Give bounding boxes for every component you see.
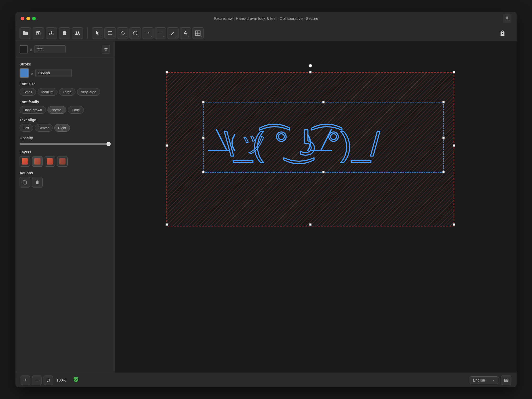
actions-row: [20, 177, 110, 188]
line-tool[interactable]: 6: [155, 27, 166, 39]
layers-row: [20, 156, 110, 167]
select-tool[interactable]: 1: [92, 27, 103, 39]
font-size-medium[interactable]: Medium: [38, 88, 57, 96]
language-label: English: [473, 378, 485, 382]
image-tool[interactable]: 9: [192, 27, 204, 39]
language-dropdown[interactable]: English: [470, 376, 498, 384]
shortcut-6: 6: [163, 35, 164, 38]
stroke-swatch[interactable]: [20, 68, 29, 78]
font-size-label: Font size: [20, 82, 110, 86]
zoom-in-button[interactable]: +: [21, 376, 30, 385]
svg-rect-0: [108, 32, 112, 35]
inner-handle-br: [442, 171, 445, 173]
svg-rect-5: [196, 31, 198, 33]
ellipse-tool[interactable]: 4: [129, 27, 141, 39]
lock-button[interactable]: [497, 27, 508, 39]
bottom-bar: + − 100% English: [15, 373, 517, 387]
shortcut-5: 5: [151, 35, 152, 38]
maximize-button[interactable]: [32, 17, 36, 20]
shortcut-1: 1: [101, 35, 102, 38]
opacity-slider[interactable]: [20, 143, 110, 145]
layers-section: Layers: [20, 150, 110, 167]
stroke-row: # 1864ab: [20, 68, 110, 78]
handle-tr: [453, 71, 455, 73]
text-align-options: Left Center Right: [20, 124, 110, 132]
layer-btn-3[interactable]: [45, 156, 55, 167]
rectangle-tool[interactable]: 2: [104, 27, 116, 39]
font-size-large[interactable]: Large: [59, 88, 75, 96]
svg-text:ツ: ツ: [243, 131, 267, 157]
slider-thumb[interactable]: [107, 142, 111, 146]
shortcut-2: 2: [113, 35, 114, 38]
delete-button[interactable]: [59, 27, 70, 39]
toolbar: 1 2 3 4: [15, 25, 517, 41]
font-size-small[interactable]: Small: [20, 88, 36, 96]
divider-1: [15, 58, 114, 58]
font-code[interactable]: Code: [68, 106, 84, 114]
shortcut-8: 8: [188, 35, 190, 38]
title-bar: Excalidraw | Hand-drawn look & feel · Co…: [15, 12, 517, 25]
minimize-button[interactable]: [26, 17, 30, 20]
stroke-section: Stroke # 1864ab: [20, 62, 110, 78]
trash-button[interactable]: [32, 177, 43, 188]
svg-rect-7: [196, 33, 198, 35]
text-tool[interactable]: A 8: [180, 27, 191, 39]
align-center[interactable]: Center: [35, 124, 53, 132]
inner-handle-tr: [442, 101, 445, 103]
font-hand-drawn[interactable]: Hand-drawn: [20, 106, 46, 114]
settings-button[interactable]: [102, 45, 110, 53]
shield-icon: [73, 376, 79, 384]
layer-btn-1[interactable]: [20, 156, 30, 167]
panel-inner: # ffffff Stroke # 1864ab: [15, 41, 114, 192]
window-title: Excalidraw | Hand-drawn look & feel · Co…: [214, 16, 318, 21]
keyboard-icon: [504, 378, 509, 383]
align-left[interactable]: Left: [20, 124, 33, 132]
app-window: Excalidraw | Hand-drawn look & feel · Co…: [15, 12, 517, 387]
layer-icon-4: [59, 158, 66, 165]
canvas-svg: \_( ͡° ͜ʖ ͡°)_/ ツ: [115, 41, 517, 373]
collaborate-button[interactable]: [72, 27, 83, 39]
inner-handle-bl: [202, 171, 204, 173]
layer-btn-2[interactable]: [32, 156, 43, 167]
export-button[interactable]: [46, 27, 57, 39]
layer-icon-2: [34, 158, 40, 165]
zoom-reset-button[interactable]: [44, 376, 53, 385]
left-panel: # ffffff Stroke # 1864ab: [15, 41, 115, 373]
pencil-tool[interactable]: 7: [167, 27, 179, 39]
duplicate-button[interactable]: [20, 177, 30, 188]
window-controls: [21, 17, 36, 20]
shortcut-3: 3: [126, 35, 127, 38]
pin-icon: [503, 14, 511, 23]
diamond-tool[interactable]: 3: [117, 27, 128, 39]
align-right[interactable]: Right: [54, 124, 70, 132]
actions-section: Actions: [20, 171, 110, 188]
stroke-color-input[interactable]: 1864ab: [35, 69, 72, 77]
handle-bl: [166, 223, 168, 226]
handle-bm: [309, 223, 311, 226]
text-align-label: Text align: [20, 118, 110, 122]
handle-br: [453, 223, 455, 226]
save-button[interactable]: [33, 27, 44, 39]
layer-icon-3: [47, 158, 53, 165]
bottom-right: English: [470, 376, 511, 385]
chevron-up-icon: [492, 379, 495, 382]
canvas-area[interactable]: \_( ͡° ͜ʖ ͡°)_/ ツ: [115, 41, 517, 373]
layer-btn-4[interactable]: [57, 156, 68, 167]
font-size-very-large[interactable]: Very large: [77, 88, 100, 96]
layers-label: Layers: [20, 150, 110, 154]
arrow-tool[interactable]: 5: [142, 27, 153, 39]
handle-tm: [309, 71, 311, 73]
open-button[interactable]: [20, 27, 31, 39]
font-normal[interactable]: Normal: [48, 106, 66, 114]
font-family-section: Font family Hand-drawn Normal Code: [20, 100, 110, 114]
stroke-label: Stroke: [20, 62, 110, 66]
font-family-options: Hand-drawn Normal Code: [20, 106, 110, 114]
keyboard-button[interactable]: [501, 376, 511, 385]
close-button[interactable]: [21, 17, 24, 20]
background-swatch[interactable]: [20, 45, 28, 53]
background-color-input[interactable]: ffffff: [34, 45, 66, 53]
zoom-out-button[interactable]: −: [32, 376, 42, 385]
rotation-handle: [309, 64, 312, 67]
shortcut-4: 4: [138, 35, 139, 38]
handle-tl: [166, 71, 168, 73]
